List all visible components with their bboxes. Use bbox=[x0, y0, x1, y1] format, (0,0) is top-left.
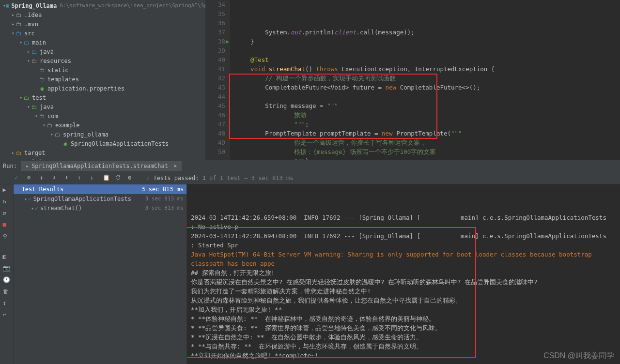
folder-blue-icon: 🗀 bbox=[16, 30, 22, 37]
console-line: ## 探索自然，打开无限之旅! bbox=[191, 268, 616, 277]
file-green-icon: ◉ bbox=[62, 140, 69, 147]
code-line[interactable]: CompletableFuture<Void> future = new Com… bbox=[236, 83, 620, 92]
check-icon[interactable]: ✓ bbox=[15, 174, 22, 182]
chevron-icon: ▾ bbox=[18, 95, 23, 100]
console-line: 2024-03-14T21:42:28.694+08:00 INFO 17692… bbox=[191, 231, 616, 250]
code-line[interactable]: """; bbox=[236, 120, 620, 129]
code-line[interactable]: String message = """ bbox=[236, 101, 620, 110]
project-root-path: G:\software_workspace\idea_project\Sprin… bbox=[60, 2, 206, 9]
test-tree[interactable]: ✓Test Results 3 sec 813 ms ▾✓SpringOllam… bbox=[14, 184, 187, 364]
tree-item[interactable]: ▸ 🗀 java bbox=[0, 47, 205, 56]
code-line[interactable]: 旅游 bbox=[236, 110, 620, 120]
folder-icon: 🗀 bbox=[16, 21, 22, 28]
code-line[interactable] bbox=[236, 46, 620, 55]
folder-blue-icon: 🗀 bbox=[23, 39, 30, 46]
tree-item[interactable]: ▾ 🗀 main bbox=[0, 38, 205, 47]
rerun-icon[interactable]: ▶ bbox=[3, 186, 11, 194]
tree-item-label: src bbox=[24, 30, 35, 37]
run-tab-label: SpringOllamaApplicationTests.streamChat bbox=[31, 163, 168, 169]
tree-item[interactable]: 🗀 static bbox=[0, 65, 205, 75]
editor-gutter: 34353637▶38394041424344454647484950 bbox=[206, 0, 230, 160]
prev-icon[interactable]: ↑ bbox=[78, 174, 85, 182]
chevron-icon: ▸ bbox=[11, 21, 16, 27]
folder-icon: 🗀 bbox=[39, 67, 46, 74]
stop-icon[interactable]: ■ bbox=[3, 221, 11, 229]
close-icon[interactable]: × bbox=[173, 163, 177, 169]
export-icon[interactable]: 📋 bbox=[103, 174, 110, 182]
code-line[interactable]: // 构建一个异步函数，实现手动关闭测试函数 bbox=[236, 74, 620, 83]
tree-item[interactable]: ▸ 🗀 .idea bbox=[0, 10, 205, 19]
folder-green-icon: 🗀 bbox=[23, 94, 30, 101]
code-line[interactable]: @Test bbox=[236, 55, 620, 64]
file-green-icon: ◉ bbox=[39, 85, 46, 92]
tree-item-label: main bbox=[32, 39, 46, 46]
tree-item[interactable]: ▸ 🗀 target bbox=[0, 148, 205, 157]
tree-item-label: static bbox=[47, 67, 68, 74]
tests-status: ✓ Tests passed: 1 of 1 test – 3 sec 813 … bbox=[146, 175, 293, 182]
editor-code-area[interactable]: System.out.println(client.call(message))… bbox=[230, 0, 620, 160]
toggle-icon[interactable]: ⇄ bbox=[3, 210, 11, 217]
chevron-icon: ▾ bbox=[42, 122, 46, 128]
tree-item[interactable]: ◉ SpringOllamaApplicationTests bbox=[0, 139, 205, 148]
filter-icon[interactable]: ⊘ bbox=[27, 174, 35, 182]
folder-icon: 🗀 bbox=[31, 58, 38, 64]
sort-icon[interactable]: ↕ bbox=[40, 174, 47, 182]
tree-item[interactable]: ▸ 🗀 .mvn bbox=[0, 19, 205, 29]
tree-item[interactable]: ▾ 🗀 spring_ollama bbox=[0, 130, 205, 139]
project-root[interactable]: ▾ ▣ Spring_Ollama G:\software_workspace\… bbox=[0, 1, 205, 10]
console-line: * **与自然共存: ** 在环保旅游中，与生态环境共存，创造属于自然界的文明。 bbox=[191, 342, 616, 351]
console-line: **加入我们，开启无限之旅! ** bbox=[191, 305, 616, 314]
scroll-icon[interactable]: ↧ bbox=[3, 300, 11, 307]
code-line[interactable] bbox=[236, 92, 620, 101]
code-line[interactable]: PromptTemplate promptTemplate = new Prom… bbox=[236, 129, 620, 138]
chevron-icon: ▾ bbox=[26, 104, 31, 109]
code-line[interactable]: 你是一个高级运营，你擅长于写各种运营文案， bbox=[236, 138, 620, 147]
console-line: * **品尝异国美食: ** 探索世界的味蕾，品尝当地特色美食，感受不同的文化与… bbox=[191, 323, 616, 333]
console-line: 2024-03-14T21:42:26.659+08:00 INFO 17692… bbox=[191, 213, 616, 231]
next-icon[interactable]: ↓ bbox=[90, 174, 98, 182]
tree-item[interactable]: ▾ 🗀 com bbox=[0, 111, 205, 121]
code-line[interactable]: void streamChat() throws ExecutionExcept… bbox=[236, 64, 620, 74]
run-tab[interactable]: ▸ SpringOllamaApplicationTests.streamCha… bbox=[21, 161, 182, 171]
chevron-icon: ▾ bbox=[11, 30, 16, 36]
camera-icon[interactable]: 📷 bbox=[3, 265, 11, 273]
test-tree-item[interactable]: ▾✓streamChat() 3 sec 813 ms bbox=[14, 203, 186, 212]
code-line[interactable]: 根据：{message} 场景写一个不少于100字的文案 bbox=[236, 147, 620, 156]
tree-item[interactable]: ▾ 🗀 src bbox=[0, 29, 205, 38]
collapse-icon[interactable]: ⬆ bbox=[65, 174, 73, 182]
test-tree-item[interactable]: ▾✓SpringOllamaApplicationTests 3 sec 813… bbox=[14, 194, 186, 203]
history-icon[interactable]: 🕐 bbox=[3, 276, 11, 284]
folder-icon: 🗀 bbox=[54, 131, 61, 138]
run-toolbar: ✓ ⊘ ↕ ⬇ ⬆ ↑ ↓ 📋 ⏱ ⚙ ✓ Tests passed: 1 of… bbox=[0, 172, 620, 184]
tree-item-label: resources bbox=[40, 58, 71, 64]
rerun-failed-icon[interactable]: ↻ bbox=[3, 198, 11, 206]
tree-item[interactable]: ▾ 🗀 resources bbox=[0, 56, 205, 65]
tree-item-label: .mvn bbox=[24, 21, 38, 28]
tree-item[interactable]: ▾ 🗀 java bbox=[0, 102, 205, 111]
tree-item[interactable]: ▾ 🗀 example bbox=[0, 121, 205, 130]
tree-item[interactable]: 🗀 templates bbox=[0, 75, 205, 84]
folder-icon: 🗀 bbox=[16, 12, 22, 18]
code-line[interactable]: """); bbox=[236, 156, 620, 160]
console-output[interactable]: 2024-03-14T21:42:26.659+08:00 INFO 17692… bbox=[187, 184, 620, 364]
code-line[interactable]: System.out.println(client.call(message))… bbox=[236, 28, 620, 37]
code-line[interactable]: } bbox=[236, 37, 620, 46]
tree-item-label: test bbox=[32, 94, 46, 101]
tree-item[interactable]: ◉ application.properties bbox=[0, 84, 205, 93]
project-tree-panel[interactable]: ▾ ▣ Spring_Ollama G:\software_workspace\… bbox=[0, 0, 206, 160]
delete-icon[interactable]: 🗑 bbox=[3, 288, 11, 296]
tree-item[interactable]: ▾ 🗀 test bbox=[0, 93, 205, 102]
code-editor[interactable]: 34353637▶38394041424344454647484950 Syst… bbox=[206, 0, 620, 160]
wrap-icon[interactable]: ↩ bbox=[3, 311, 11, 319]
tree-item-label: SpringOllamaApplicationTests bbox=[71, 140, 169, 147]
chevron-icon: ▾ bbox=[49, 132, 54, 137]
gear-icon[interactable]: ⚙ bbox=[128, 174, 136, 182]
pin-icon[interactable]: ⚲ bbox=[3, 233, 11, 241]
folder-icon: 🗀 bbox=[39, 113, 46, 120]
test-results-header[interactable]: ✓Test Results 3 sec 813 ms bbox=[14, 184, 186, 194]
run-left-toolbar: ▶ ↻ ⇄ ■ ⚲ ◧ 📷 🕐 🗑 ↧ ↩ bbox=[0, 184, 14, 364]
timer-icon[interactable]: ⏱ bbox=[115, 174, 123, 182]
console-line: Java HotSpot(TM) 64-Bit Server VM warnin… bbox=[191, 250, 616, 268]
layout-icon[interactable]: ◧ bbox=[3, 253, 11, 261]
expand-icon[interactable]: ⬇ bbox=[52, 174, 60, 182]
